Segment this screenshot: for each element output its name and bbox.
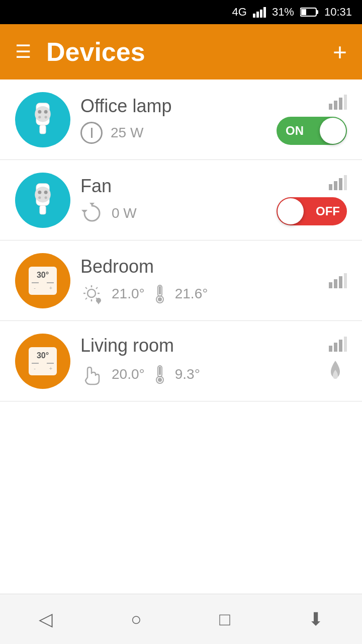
device-item-bedroom[interactable]: 30° - + Bedroom bbox=[0, 240, 362, 321]
device-info-bedroom: Bedroom 21.0° bbox=[80, 256, 319, 305]
svg-rect-24 bbox=[40, 205, 46, 214]
app-header: ☰ Devices + bbox=[0, 24, 362, 79]
svg-rect-68 bbox=[339, 340, 342, 352]
device-name-bedroom: Bedroom bbox=[80, 256, 319, 277]
svg-rect-2 bbox=[260, 10, 262, 18]
device-icon-office-lamp bbox=[15, 92, 70, 147]
svg-point-22 bbox=[38, 196, 41, 199]
toggle-knob-on bbox=[320, 118, 346, 144]
home-button[interactable]: ○ bbox=[123, 601, 150, 638]
svg-line-44 bbox=[96, 287, 98, 289]
svg-point-12 bbox=[45, 116, 47, 118]
device-item-office-lamp[interactable]: Office lamp 25 W ON bbox=[0, 79, 362, 160]
device-meta-office-lamp: 25 W bbox=[80, 122, 266, 144]
signal-bars-bedroom bbox=[329, 273, 347, 288]
svg-rect-1 bbox=[256, 12, 259, 18]
toggle-label-off: OFF bbox=[316, 204, 340, 218]
svg-rect-14 bbox=[329, 104, 332, 110]
svg-rect-16 bbox=[339, 98, 342, 110]
plug-icon-fan bbox=[25, 183, 60, 218]
device-right-fan: OFF bbox=[277, 175, 347, 225]
device-name-fan: Fan bbox=[80, 176, 266, 197]
thermostat-icon-living: 30° - + bbox=[25, 343, 61, 379]
svg-marker-47 bbox=[96, 300, 101, 304]
thermometer-icon-bedroom bbox=[153, 284, 167, 303]
signal-bars-office-lamp bbox=[329, 95, 347, 110]
download-button[interactable]: ⬇ bbox=[300, 601, 331, 638]
power-value-fan: 0 W bbox=[112, 205, 137, 221]
svg-rect-67 bbox=[334, 343, 337, 352]
signal-bars-fan bbox=[329, 175, 347, 190]
actual-temp-living: 9.3° bbox=[175, 366, 200, 382]
svg-point-20 bbox=[38, 190, 41, 194]
svg-rect-6 bbox=[301, 9, 306, 15]
svg-line-42 bbox=[85, 287, 87, 289]
device-right-bedroom bbox=[329, 273, 347, 288]
actual-temp-bedroom: 21.6° bbox=[175, 286, 208, 302]
svg-marker-25 bbox=[81, 210, 87, 213]
svg-rect-54 bbox=[339, 276, 342, 288]
svg-rect-66 bbox=[329, 346, 332, 352]
thermometer-icon-living bbox=[153, 365, 167, 384]
svg-point-23 bbox=[45, 196, 47, 199]
battery-icon bbox=[300, 7, 318, 17]
add-device-button[interactable]: + bbox=[333, 38, 347, 66]
sun-target-icon bbox=[80, 282, 104, 305]
back-button[interactable]: ◁ bbox=[31, 601, 61, 638]
signal-bars-living bbox=[329, 337, 347, 352]
device-meta-fan: 0 W bbox=[80, 202, 266, 225]
set-temp-living: 20.0° bbox=[112, 366, 145, 382]
device-right-office-lamp: ON bbox=[277, 95, 347, 145]
set-temp-bedroom: 21.0° bbox=[112, 286, 145, 302]
device-meta-living: 20.0° 9.3° bbox=[80, 361, 314, 387]
device-item-living-room[interactable]: 30° - + Living room 20.0° bbox=[0, 321, 362, 401]
battery-percent: 31% bbox=[272, 6, 294, 19]
svg-rect-17 bbox=[344, 95, 347, 110]
svg-text:-: - bbox=[34, 285, 36, 291]
device-item-fan[interactable]: Fan 0 W OFF bbox=[0, 160, 362, 240]
power-value-office-lamp: 25 W bbox=[111, 125, 143, 141]
svg-point-9 bbox=[38, 110, 41, 113]
svg-rect-13 bbox=[40, 125, 46, 134]
thermostat-icon-bedroom: 30° - + bbox=[25, 263, 61, 299]
recents-button[interactable]: □ bbox=[211, 601, 238, 638]
toggle-office-lamp[interactable]: ON bbox=[277, 117, 347, 145]
svg-rect-69 bbox=[344, 337, 347, 352]
svg-rect-53 bbox=[334, 279, 337, 288]
device-icon-bedroom: 30° - + bbox=[15, 253, 70, 308]
svg-rect-28 bbox=[334, 181, 337, 190]
device-name-living: Living room bbox=[80, 335, 314, 356]
toggle-knob-off bbox=[278, 198, 304, 224]
device-icon-fan bbox=[15, 173, 70, 228]
time-display: 10:31 bbox=[324, 6, 352, 19]
flame-icon bbox=[324, 359, 347, 386]
svg-rect-49 bbox=[159, 286, 161, 294]
svg-text:+: + bbox=[49, 285, 52, 291]
signal-bars-status bbox=[253, 7, 266, 18]
svg-text:30°: 30° bbox=[37, 271, 49, 279]
svg-point-19 bbox=[35, 186, 51, 202]
device-name-office-lamp: Office lamp bbox=[80, 96, 266, 117]
svg-rect-0 bbox=[253, 14, 255, 18]
device-meta-bedroom: 21.0° 21.6° bbox=[80, 282, 319, 305]
device-list: Office lamp 25 W ON bbox=[0, 79, 362, 594]
plug-icon bbox=[25, 102, 60, 137]
device-icon-living-room: 30° - + bbox=[15, 334, 70, 389]
toggle-fan[interactable]: OFF bbox=[277, 197, 347, 225]
svg-rect-55 bbox=[344, 273, 347, 288]
svg-rect-52 bbox=[329, 282, 332, 288]
power-icon bbox=[80, 122, 103, 144]
svg-text:30°: 30° bbox=[37, 351, 49, 360]
toggle-label-on: ON bbox=[286, 124, 304, 138]
network-type: 4G bbox=[232, 6, 247, 19]
device-info-fan: Fan 0 W bbox=[80, 176, 266, 225]
svg-rect-3 bbox=[263, 7, 266, 18]
svg-text:+: + bbox=[49, 365, 52, 371]
menu-button[interactable]: ☰ bbox=[15, 41, 31, 62]
svg-point-10 bbox=[44, 110, 48, 113]
svg-text:-: - bbox=[34, 365, 36, 371]
svg-rect-30 bbox=[344, 175, 347, 190]
page-title: Devices bbox=[46, 37, 318, 67]
bottom-navigation: ◁ ○ □ ⬇ bbox=[0, 594, 362, 644]
device-right-living bbox=[324, 337, 347, 386]
